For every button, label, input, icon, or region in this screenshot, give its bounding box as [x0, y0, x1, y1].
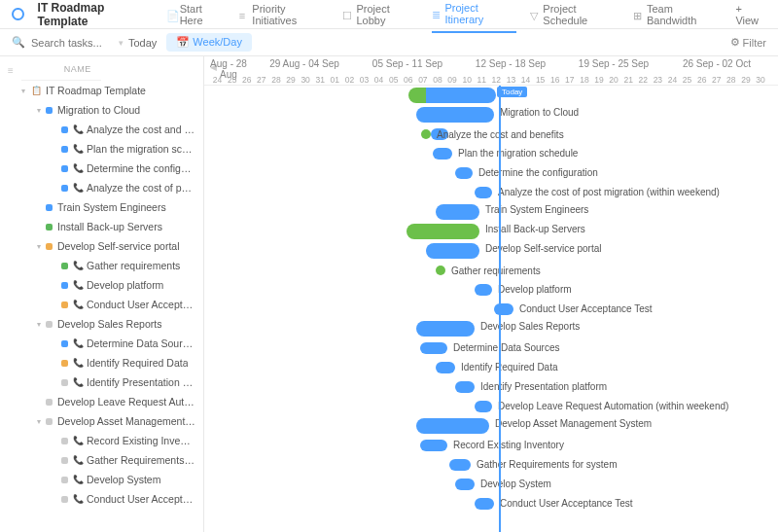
milestone[interactable]: Gather requirements: [436, 266, 445, 275]
tab-priority[interactable]: ≡Priority Initiatives: [239, 3, 330, 26]
tree-item[interactable]: 📞Develop platform: [0, 275, 203, 295]
day-label: 22: [636, 75, 651, 85]
search-input[interactable]: [31, 37, 109, 49]
gantt-icon: ≣: [432, 9, 442, 18]
tab-itinerary[interactable]: ≣Project Itinerary: [432, 2, 516, 33]
day-label: 27: [709, 75, 724, 85]
gantt-bar[interactable]: [408, 88, 496, 103]
task-tree: ▾📋IT Roadmap Template▾Migration to Cloud…: [0, 81, 203, 509]
tree-item[interactable]: 📞Identify Required Data: [0, 353, 203, 372]
expand-icon[interactable]: ▾: [19, 87, 27, 95]
tree-item[interactable]: 📞Conduct User Acceptance Test: [0, 489, 203, 509]
tree-item[interactable]: 📞Plan the migration schedule: [0, 139, 203, 159]
chevron-down-icon[interactable]: ▾: [119, 38, 124, 48]
expand-icon[interactable]: ▾: [35, 106, 43, 115]
day-label: 16: [548, 75, 562, 85]
day-label: 31: [313, 75, 328, 85]
timeline[interactable]: ◀ Aug - 28 Aug29 Aug - 04 Sep05 Sep - 11…: [204, 56, 778, 532]
gantt-bar[interactable]: Plan the migration schedule: [433, 148, 452, 160]
item-label: Determine the configuration: [87, 162, 195, 174]
gantt-bar[interactable]: Analyze the cost of post migration (with…: [475, 187, 492, 198]
tree-item[interactable]: 📞Analyze the cost and benefits: [0, 120, 203, 139]
bar-label: Plan the migration schedule: [458, 148, 578, 159]
timeline-row: Develop Leave Request Automation (within…: [204, 397, 778, 416]
gantt-bar[interactable]: Develop platform: [475, 284, 492, 296]
status-dot: [61, 477, 68, 483]
weekday-toggle[interactable]: 📅Week/Day: [166, 33, 252, 52]
gantt-bar[interactable]: Develop System: [455, 479, 475, 490]
gantt-bar[interactable]: Develop Leave Request Automation (within…: [475, 401, 492, 412]
tree-item[interactable]: 📞Develop System: [0, 470, 203, 489]
gantt-bar[interactable]: Develop Self-service portal: [426, 243, 479, 259]
item-label: Analyze the cost of post mig...: [87, 182, 195, 194]
milestone[interactable]: Analyze the cost and benefits: [421, 129, 431, 139]
tree-item[interactable]: 📞Analyze the cost of post mig...: [0, 178, 203, 197]
expand-icon[interactable]: ▾: [35, 242, 43, 251]
tree-item[interactable]: 📞Gather requirements: [0, 256, 203, 275]
call-icon: 📞: [73, 455, 84, 465]
status-dot: [61, 263, 68, 269]
filter-icon: ▽: [530, 10, 540, 19]
call-icon: 📞: [73, 144, 84, 154]
tree-item[interactable]: ▾Develop Asset Management System: [0, 411, 203, 431]
gantt-bar[interactable]: Conduct User Acceptance Test: [494, 303, 513, 315]
tree-item[interactable]: 📞Determine Data Sources: [0, 334, 203, 353]
tree-item[interactable]: Install Back-up Servers: [0, 217, 203, 236]
gantt-bar[interactable]: Develop Asset Management System: [416, 418, 489, 434]
tab-start-here[interactable]: 📄Start Here: [166, 3, 226, 26]
status-dot: [46, 243, 53, 250]
tab-lobby[interactable]: ☐Project Lobby: [342, 3, 418, 26]
tree-item[interactable]: ▾Develop Self-service portal: [0, 236, 203, 256]
tree-item[interactable]: 📞Identify Presentation platform: [0, 372, 203, 392]
tree-item[interactable]: 📞Record Existing Inventory: [0, 431, 203, 450]
tree-item[interactable]: Develop Leave Request Automation: [0, 392, 203, 411]
tab-schedule[interactable]: ▽Project Schedule: [530, 3, 620, 26]
gantt-bar[interactable]: Identify Required Data: [436, 362, 455, 373]
call-icon: 📞: [73, 358, 84, 368]
day-label: 05: [386, 75, 401, 85]
tree-item[interactable]: 📞Conduct User Acceptance Test: [0, 295, 203, 314]
gantt-bar[interactable]: Gather Requirements for system: [449, 459, 471, 471]
tab-add-view[interactable]: + View: [735, 3, 766, 26]
day-label: 20: [607, 75, 621, 85]
day-label: 28: [724, 75, 738, 85]
page-title: IT Roadmap Template: [38, 1, 153, 28]
day-label: 14: [518, 75, 533, 85]
today-button[interactable]: Today: [128, 37, 157, 49]
timeline-row: Identify Presentation platform: [204, 377, 778, 397]
tree-item[interactable]: 📞Determine the configuration: [0, 159, 203, 178]
status-dot: [46, 204, 53, 211]
day-label: 26: [239, 75, 254, 85]
tree-item[interactable]: ▾📋IT Roadmap Template: [0, 81, 203, 100]
expand-icon[interactable]: ▾: [35, 320, 43, 329]
gantt-bar[interactable]: Determine Data Sources: [420, 342, 447, 354]
expand-all-icon[interactable]: ≡: [0, 65, 21, 76]
tree-item[interactable]: Train System Engineers: [0, 197, 203, 217]
filter-button[interactable]: ⚙Filter: [730, 36, 766, 49]
expand-icon[interactable]: ▾: [35, 417, 43, 426]
gantt-bar[interactable]: Conduct User Acceptance Test: [475, 498, 494, 510]
status-dot: [61, 185, 68, 192]
timeline-row: Analyze the cost of post migration (with…: [204, 183, 778, 202]
tree-item[interactable]: ▾Migration to Cloud: [0, 100, 203, 120]
gantt-bar[interactable]: Identify Presentation platform: [455, 381, 475, 393]
status-dot: [61, 379, 68, 386]
day-labels: 2425262728293031010203040506070809101112…: [210, 75, 768, 85]
gantt-bar[interactable]: Train System Engineers: [436, 204, 479, 220]
gantt-bar[interactable]: Install Back-up Servers: [407, 224, 479, 239]
sidebar[interactable]: ≡ NAME ▾📋IT Roadmap Template▾Migration t…: [0, 56, 204, 532]
day-label: 30: [753, 75, 767, 85]
call-icon: 📞: [73, 300, 84, 309]
bar-label: Conduct User Acceptance Test: [500, 498, 633, 509]
tab-bandwidth[interactable]: ⊞Team Bandwidth: [633, 3, 722, 26]
call-icon: 📞: [73, 494, 84, 504]
gantt-bar[interactable]: Record Existing Inventory: [420, 440, 447, 451]
status-dot: [61, 146, 68, 153]
gantt-bar[interactable]: Determine the configuration: [455, 167, 473, 179]
gantt-bar[interactable]: Develop Sales Reports: [416, 321, 475, 337]
tree-item[interactable]: ▾Develop Sales Reports: [0, 314, 203, 334]
timeline-header: Aug - 28 Aug29 Aug - 04 Sep05 Sep - 11 S…: [204, 56, 778, 86]
gantt-bar[interactable]: Migration to Cloud: [416, 107, 494, 123]
tree-item[interactable]: 📞Gather Requirements for syst...: [0, 450, 203, 470]
item-label: Develop Asset Management System: [57, 415, 195, 427]
